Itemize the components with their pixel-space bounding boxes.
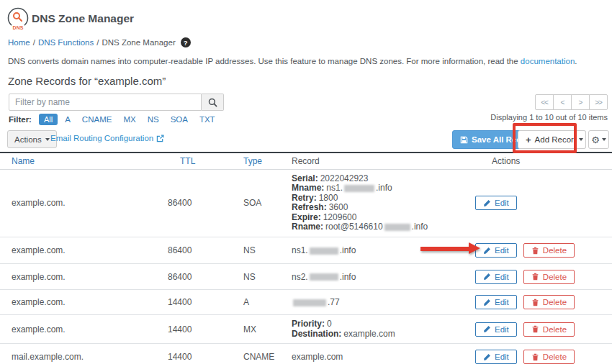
record-value: example.com [292, 344, 475, 364]
external-link-icon [156, 135, 164, 142]
column-header-ttl[interactable]: TTL [168, 153, 243, 169]
toolbar: Actions Email Routing Configuration [0, 129, 612, 150]
search-group [9, 94, 224, 111]
redacted-text [310, 247, 338, 255]
filter-by-name-input[interactable] [9, 94, 202, 111]
record-value: ns2..info [292, 264, 475, 290]
trash-icon [531, 299, 539, 306]
edit-button[interactable]: Edit [475, 270, 517, 284]
record-type: NS [243, 237, 292, 264]
record-name: example.com. [0, 264, 168, 290]
pencil-icon [483, 273, 491, 281]
record-actions: Edit Delete [475, 237, 612, 264]
filter-a[interactable]: A [65, 115, 71, 124]
pencil-icon [483, 199, 491, 207]
filter-cname[interactable]: CNAME [82, 115, 112, 124]
trash-icon [531, 247, 539, 255]
record-name: example.com. [0, 237, 168, 264]
plus-icon: + [526, 135, 531, 145]
pencil-icon [483, 299, 491, 306]
edit-button[interactable]: Edit [475, 322, 517, 337]
search-button[interactable] [202, 94, 224, 111]
add-record-dropdown-button[interactable] [575, 130, 586, 149]
search-icon [208, 98, 217, 107]
record-name: example.com. [0, 290, 168, 315]
zone-records-table: Name TTL Type Record Actions example.com… [0, 152, 612, 364]
record-type: MX [243, 315, 292, 344]
record-value: Serial:2022042923 Mname:ns1..info Retry:… [292, 169, 475, 237]
record-type: NS [243, 264, 292, 290]
edit-button[interactable]: Edit [475, 295, 517, 309]
table-row-mx: example.com. 14400 MX Priority:0 Destina… [0, 315, 612, 344]
delete-button[interactable]: Delete [523, 270, 575, 284]
chevron-down-icon [45, 138, 50, 141]
record-type: SOA [243, 169, 292, 237]
record-ttl: 86400 [168, 169, 243, 237]
actions-dropdown-button[interactable]: Actions [7, 130, 57, 148]
trash-icon [531, 273, 539, 281]
email-routing-configuration-link[interactable]: Email Routing Configuration [50, 134, 164, 142]
breadcrumb: Home / DNS Functions / DNS Zone Manager … [8, 37, 191, 47]
delete-button[interactable]: Delete [523, 350, 575, 364]
type-filter-bar: Filter: All A CNAME MX NS SOA TXT [9, 114, 227, 125]
filter-label: Filter: [9, 115, 32, 124]
delete-button[interactable]: Delete [523, 295, 575, 309]
record-type: CNAME [243, 344, 292, 364]
delete-button[interactable]: Delete [523, 243, 575, 258]
dns-zone-manager-page: DNS DNS Zone Manager Home / DNS Function… [0, 0, 612, 364]
pencil-icon [483, 325, 491, 333]
record-value: Priority:0 Destination:example.com [292, 315, 475, 344]
record-ttl: 86400 [168, 264, 243, 290]
record-actions: Edit Delete [475, 290, 612, 315]
documentation-link[interactable]: documentation [521, 57, 575, 65]
record-ttl: 86400 [168, 237, 243, 264]
chevron-down-icon [602, 138, 606, 141]
pagination: << < > >> [536, 94, 608, 110]
dns-logo-label: DNS [13, 25, 24, 30]
table-row-ns1: example.com. 86400 NS ns1..info Edit Del… [0, 237, 612, 264]
edit-button[interactable]: Edit [475, 243, 517, 258]
page-last-button[interactable]: >> [589, 94, 608, 110]
breadcrumb-separator: / [33, 38, 35, 47]
edit-button[interactable]: Edit [475, 196, 517, 210]
record-actions: Edit Delete [475, 315, 612, 344]
record-name: mail.example.com. [0, 344, 168, 364]
trash-icon [531, 353, 539, 361]
pagination-status: Displaying 1 to 10 out of 10 items [490, 113, 608, 122]
column-header-name[interactable]: Name [0, 153, 168, 169]
edit-button[interactable]: Edit [475, 350, 517, 364]
record-value: .77 [292, 290, 475, 315]
breadcrumb-separator: / [96, 38, 99, 47]
filter-soa[interactable]: SOA [171, 115, 188, 124]
breadcrumb-current: DNS Zone Manager [102, 38, 175, 47]
zone-records-heading: Zone Records for “example.com” [8, 75, 166, 87]
delete-button[interactable]: Delete [523, 322, 575, 337]
filter-mx[interactable]: MX [123, 115, 135, 124]
record-name: example.com. [0, 169, 168, 237]
help-icon[interactable]: ? [181, 37, 191, 47]
record-type: A [243, 290, 292, 315]
record-ttl: 14400 [168, 315, 243, 344]
record-actions: Edit Delete [475, 264, 612, 290]
breadcrumb-home[interactable]: Home [8, 38, 30, 47]
record-ttl: 14400 [168, 344, 243, 364]
record-actions: Edit [475, 169, 612, 237]
page-first-button[interactable]: << [535, 94, 554, 110]
table-row-soa: example.com. 86400 SOA Serial:2022042923… [0, 169, 612, 237]
redacted-text [293, 299, 326, 306]
record-value: ns1..info [292, 237, 475, 264]
record-name: example.com. [0, 315, 168, 344]
page-next-button[interactable]: > [571, 94, 590, 110]
filter-txt[interactable]: TXT [199, 115, 215, 124]
filter-all[interactable]: All [39, 114, 58, 125]
save-icon [460, 136, 468, 144]
pencil-icon [483, 353, 491, 361]
table-settings-button[interactable]: ⚙ [588, 130, 609, 149]
column-header-type[interactable]: Type [243, 153, 292, 169]
table-header-row: Name TTL Type Record Actions [0, 153, 612, 169]
filter-ns[interactable]: NS [148, 115, 159, 124]
page-prev-button[interactable]: < [553, 94, 572, 110]
record-actions: Edit Delete [475, 344, 612, 364]
breadcrumb-dns-functions[interactable]: DNS Functions [38, 38, 94, 47]
trash-icon [531, 325, 539, 333]
